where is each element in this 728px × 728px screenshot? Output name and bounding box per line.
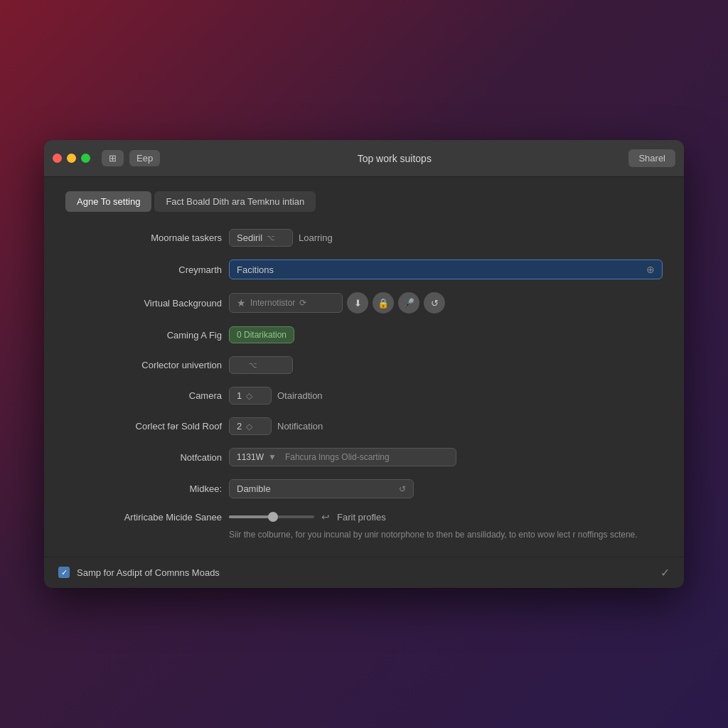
corlect-stepper[interactable]: 2 ◇ — [229, 417, 272, 435]
notification-label: Notfcation — [65, 452, 222, 463]
articabe-label: Artiricabe Micide Sanee — [65, 512, 222, 523]
tab-fact-boald[interactable]: Fact Boald Dith ara Temknu intian — [154, 191, 316, 212]
articabe-row: Artiricabe Micide Sanee ↩ Farit profles — [65, 511, 663, 523]
corlect-sold-roof-control: 2 ◇ Notification — [229, 417, 663, 435]
virtual-bg-input[interactable]: ★ Internotistor ⟳ — [229, 293, 343, 313]
caming-tag-button[interactable]: 0 Ditarikation — [229, 326, 294, 343]
articabe-slider[interactable] — [229, 515, 314, 518]
camera-control: 1 ◇ Otairadtion — [229, 387, 663, 405]
window-icon: ⊞ — [109, 153, 117, 164]
main-window: ⊞ Eep Top work suitops Sharel Agne To se… — [44, 140, 684, 587]
eep-button[interactable]: Eep — [129, 150, 160, 166]
moornale-taskers-row: Moornale taskers Sediril ⌥ Loarring — [65, 229, 663, 247]
moornale-value2: Loarring — [299, 232, 333, 243]
camera-row: Camera 1 ◇ Otairadtion — [65, 387, 663, 405]
creymarth-label: Creymarth — [65, 264, 222, 275]
creymarth-icon: ⊕ — [646, 264, 655, 275]
caming-a-fig-row: Caming A Fig 0 Ditarikation — [65, 326, 663, 343]
corlector-select[interactable]: ⌥ — [229, 356, 293, 374]
camera-stepper[interactable]: 1 ◇ — [229, 387, 272, 405]
midkee-arrow-icon: ↺ — [399, 484, 406, 494]
articabe-icon: ↩ — [321, 511, 330, 523]
chevron-icon: ⌥ — [249, 361, 257, 369]
corlect-sold-roof-label: Corlect fər Sold Roof — [65, 421, 222, 432]
caming-a-fig-label: Caming A Fig — [65, 330, 222, 341]
articabe-label2: Farit profles — [337, 512, 386, 523]
settings-panel: Moornale taskers Sediril ⌥ Loarring Crey… — [65, 229, 663, 523]
description-text: Siir the colburne, for you incunal by un… — [65, 528, 663, 542]
dropdown-arrow-icon: ▼ — [268, 452, 277, 462]
midkee-row: Midkee: Damible ↺ — [65, 479, 663, 498]
window-title: Top work suitops — [166, 153, 623, 164]
vbg-download-btn[interactable]: ⬇ — [347, 292, 368, 314]
slider-fill — [229, 515, 272, 518]
titlebar: ⊞ Eep Top work suitops Sharel — [44, 140, 684, 177]
corlect-stepper-icon: ◇ — [246, 422, 252, 432]
notification-dropdown[interactable]: 1131W ▼ Fahcura lnngs Olid-scarting — [229, 448, 456, 466]
creymarth-control: Facitions ⊕ — [229, 259, 663, 279]
vbg-mic-btn[interactable]: 🎤 — [398, 292, 419, 314]
bottom-label: Samp for Asdipt of Comnns Moads — [77, 567, 653, 578]
creymarth-row: Creymarth Facitions ⊕ — [65, 259, 663, 279]
midkee-label: Midkee: — [65, 483, 222, 494]
articabe-control: ↩ Farit profles — [229, 511, 663, 523]
notification-control: 1131W ▼ Fahcura lnngs Olid-scarting — [229, 448, 663, 466]
virtual-background-row: Virtual Background ★ Internotistor ⟳ ⬇ 🔒… — [65, 292, 663, 314]
notification-row: Notfcation 1131W ▼ Fahcura lnngs Olid-sc… — [65, 448, 663, 466]
camera-stepper-icon: ◇ — [246, 391, 252, 401]
corlector-value — [237, 360, 245, 370]
share-button[interactable]: Sharel — [628, 149, 675, 167]
bottom-bar: ✓ Samp for Asdipt of Comnns Moads ✓ — [44, 557, 684, 588]
camera-label: Camera — [65, 390, 222, 401]
minimize-button[interactable] — [67, 154, 76, 163]
virtual-background-control: ★ Internotistor ⟳ ⬇ 🔒 🎤 ↺ — [229, 292, 663, 314]
caming-a-fig-control: 0 Ditarikation — [229, 326, 663, 343]
slider-thumb[interactable] — [268, 512, 278, 522]
window-toggle-button[interactable]: ⊞ — [102, 150, 124, 166]
bottom-checkmark-icon: ✓ — [660, 566, 670, 579]
corlector-label: Corlector univertion — [65, 360, 222, 370]
corlect-sold-roof-row: Corlect fər Sold Roof 2 ◇ Notification — [65, 417, 663, 435]
star-icon: ★ — [237, 297, 246, 309]
camera-label2: Otairadtion — [277, 390, 323, 401]
moornale-select1[interactable]: Sediril ⌥ — [229, 229, 293, 247]
notification-placeholder: Fahcura lnngs Olid-scarting — [285, 452, 390, 462]
refresh-icon: ⟳ — [299, 298, 306, 308]
eep-label: Eep — [136, 153, 153, 164]
maximize-button[interactable] — [81, 154, 90, 163]
tab-bar: Agne To setting Fact Boald Dith ara Temk… — [65, 191, 663, 212]
moornale-taskers-control: Sediril ⌥ Loarring — [229, 229, 663, 247]
midkee-select[interactable]: Damible ↺ — [229, 479, 414, 498]
midkee-control: Damible ↺ — [229, 479, 663, 498]
vbg-reset-btn[interactable]: ↺ — [424, 292, 445, 314]
virtual-background-label: Virtual Background — [65, 298, 222, 309]
close-button[interactable] — [53, 154, 62, 163]
bottom-checkbox[interactable]: ✓ — [58, 567, 70, 578]
tab-agne-to-setting[interactable]: Agne To setting — [65, 191, 151, 212]
vbg-placeholder: Internotistor — [250, 298, 295, 308]
corlector-control: ⌥ — [229, 356, 663, 374]
chevron-down-icon: ⌥ — [267, 234, 275, 242]
creymarth-input[interactable]: Facitions ⊕ — [229, 259, 663, 279]
main-content: Agne To setting Fact Boald Dith ara Temk… — [44, 177, 684, 556]
traffic-lights — [53, 154, 90, 163]
corlect-label2: Notification — [277, 421, 323, 432]
vbg-lock-btn[interactable]: 🔒 — [373, 292, 394, 314]
corlector-row: Corlector univertion ⌥ — [65, 356, 663, 374]
moornale-taskers-label: Moornale taskers — [65, 232, 222, 243]
